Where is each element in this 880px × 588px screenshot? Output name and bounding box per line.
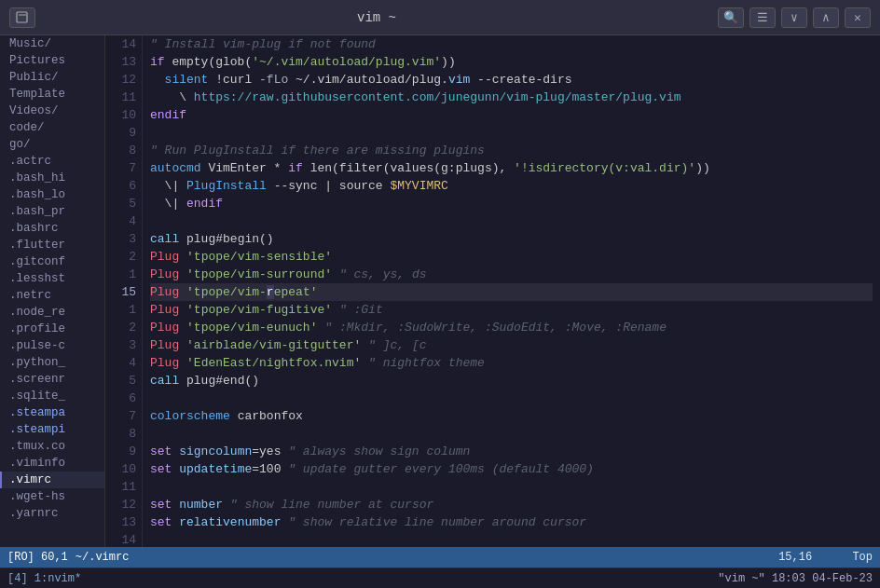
sidebar-item[interactable]: .netrc bbox=[0, 287, 104, 304]
line-number: 4 bbox=[109, 354, 136, 372]
line-number: 10 bbox=[109, 460, 136, 478]
statusbar-scroll: Top bbox=[852, 551, 873, 564]
chevron-up-button[interactable]: ∧ bbox=[813, 7, 839, 28]
close-button[interactable]: ✕ bbox=[845, 7, 871, 28]
menu-icon: ☰ bbox=[757, 10, 768, 25]
code-line: Plug 'tpope/vim-surround' " cs, ys, ds bbox=[150, 266, 873, 283]
sidebar-item[interactable]: .profile bbox=[0, 321, 104, 337]
editor[interactable]: 1413121110987654321151234567891011121314… bbox=[105, 35, 880, 547]
code-line: call plug#end() bbox=[150, 372, 873, 390]
menu-button[interactable]: ☰ bbox=[749, 7, 776, 28]
statusbar: [RO] 60,1 ~/.vimrc 15,16 Top bbox=[0, 547, 880, 567]
sidebar-item[interactable]: .lesshst bbox=[0, 270, 104, 287]
line-number: 2 bbox=[109, 248, 136, 266]
code-line: " Install vim-plug if not found bbox=[150, 35, 873, 53]
code-line: Plug 'tpope/vim-repeat' bbox=[150, 283, 873, 301]
close-icon: ✕ bbox=[854, 10, 861, 25]
code-line: \| endif bbox=[150, 195, 873, 212]
sidebar-item[interactable]: .steampa bbox=[0, 404, 104, 421]
search-button[interactable]: 🔍 bbox=[718, 7, 744, 28]
code-line bbox=[150, 390, 873, 407]
line-number: 14 bbox=[109, 35, 136, 53]
code-line: " Run PlugInstall if there are missing p… bbox=[150, 142, 873, 159]
sidebar-item[interactable]: .steampi bbox=[0, 421, 104, 438]
svg-rect-0 bbox=[17, 12, 27, 22]
sidebar-item[interactable]: code/ bbox=[0, 119, 104, 136]
new-window-button[interactable] bbox=[9, 7, 35, 28]
code-line bbox=[150, 124, 873, 142]
code-line: Plug 'EdenEast/nightfox.nvim' " nightfox… bbox=[150, 354, 873, 372]
code-line: Plug 'tpope/vim-eunuch' " :Mkdir, :SudoW… bbox=[150, 319, 873, 336]
sidebar-item[interactable]: .vimrc bbox=[0, 472, 104, 488]
line-number: 7 bbox=[109, 159, 136, 177]
sidebar-item[interactable]: .sqlite_ bbox=[0, 388, 104, 404]
sidebar-item[interactable]: .bash_hi bbox=[0, 170, 104, 186]
sidebar-item[interactable]: .tmux.co bbox=[0, 438, 104, 455]
code-line: set relativenumber " show relative line … bbox=[150, 513, 873, 531]
code-line bbox=[150, 212, 873, 230]
statusbar-left: [RO] 60,1 ~/.vimrc bbox=[7, 551, 129, 564]
cmdline: [4] 1:nvim* "vim ~" 18:03 04-Feb-23 bbox=[0, 567, 880, 588]
sidebar-item[interactable]: .gitconf bbox=[0, 253, 104, 270]
sidebar-item[interactable]: .pulse-c bbox=[0, 337, 104, 354]
line-number: 6 bbox=[109, 177, 136, 195]
code-line: colorscheme carbonfox bbox=[150, 407, 873, 425]
code-line: endif bbox=[150, 106, 873, 124]
line-number: 10 bbox=[109, 106, 136, 124]
line-number: 5 bbox=[109, 195, 136, 212]
sidebar-item[interactable]: .bashrc bbox=[0, 220, 104, 237]
line-number: 4 bbox=[109, 212, 136, 230]
line-number: 14 bbox=[109, 531, 136, 547]
line-number: 3 bbox=[109, 230, 136, 248]
sidebar-item[interactable]: .viminfo bbox=[0, 455, 104, 472]
sidebar-item[interactable]: go/ bbox=[0, 136, 104, 153]
code-lines: " Install vim-plug if not foundif empty(… bbox=[143, 35, 880, 547]
search-icon: 🔍 bbox=[723, 10, 738, 25]
window-title: vim ~ bbox=[35, 10, 718, 25]
sidebar-item[interactable]: .node_re bbox=[0, 304, 104, 321]
sidebar-item[interactable]: .screenr bbox=[0, 371, 104, 388]
line-number: 5 bbox=[109, 372, 136, 390]
code-line: set signcolumn=yes " always show sign co… bbox=[150, 443, 873, 460]
sidebar-item[interactable]: .flutter bbox=[0, 237, 104, 253]
code-line: Plug 'tpope/vim-fugitive' " :Git bbox=[150, 301, 873, 319]
sidebar-item[interactable]: .yarnrc bbox=[0, 505, 104, 522]
sidebar-item[interactable]: .python_ bbox=[0, 354, 104, 371]
sidebar-item[interactable]: .bash_pr bbox=[0, 203, 104, 220]
line-number: 12 bbox=[109, 71, 136, 89]
sidebar-item[interactable]: Public/ bbox=[0, 69, 104, 86]
sidebar-item[interactable]: .wget-hs bbox=[0, 488, 104, 505]
cmdline-right: "vim ~" 18:03 04-Feb-23 bbox=[718, 572, 873, 585]
code-line: Plug 'tpope/vim-sensible' bbox=[150, 248, 873, 266]
cmdline-left: [4] 1:nvim* bbox=[7, 572, 81, 585]
line-number: 8 bbox=[109, 425, 136, 443]
line-number: 2 bbox=[109, 319, 136, 336]
sidebar-item[interactable]: Pictures bbox=[0, 52, 104, 69]
sidebar-item[interactable]: Template bbox=[0, 86, 104, 103]
statusbar-right: 15,16 Top bbox=[778, 551, 873, 564]
line-numbers: 1413121110987654321151234567891011121314 bbox=[105, 35, 143, 547]
line-number: 12 bbox=[109, 496, 136, 513]
statusbar-filepath: ~/.vimrc bbox=[76, 551, 130, 564]
sidebar-item[interactable]: Music/ bbox=[0, 35, 104, 52]
chevron-down-icon: ∨ bbox=[791, 10, 798, 25]
line-number: 8 bbox=[109, 142, 136, 159]
code-container: 1413121110987654321151234567891011121314… bbox=[105, 35, 880, 547]
code-line: set updatetime=100 " update gutter every… bbox=[150, 460, 873, 478]
titlebar-left bbox=[9, 7, 35, 28]
sidebar-item[interactable]: .actrc bbox=[0, 153, 104, 170]
sidebar-item[interactable]: Videos/ bbox=[0, 103, 104, 119]
line-number: 13 bbox=[109, 513, 136, 531]
code-line bbox=[150, 478, 873, 496]
chevron-down-button[interactable]: ∨ bbox=[781, 7, 807, 28]
line-number: 9 bbox=[109, 443, 136, 460]
code-line: \ https://raw.githubusercontent.com/june… bbox=[150, 89, 873, 106]
titlebar-right: 🔍 ☰ ∨ ∧ ✕ bbox=[718, 7, 871, 28]
titlebar: vim ~ 🔍 ☰ ∨ ∧ ✕ bbox=[0, 0, 880, 35]
sidebar-item[interactable]: .bash_lo bbox=[0, 186, 104, 203]
chevron-up-icon: ∧ bbox=[822, 10, 830, 25]
statusbar-position: 15,16 bbox=[778, 551, 812, 564]
code-line: silent !curl -fLo ~/.vim/autoload/plug.v… bbox=[150, 71, 873, 89]
code-line: \| PlugInstall --sync | source $MYVIMRC bbox=[150, 177, 873, 195]
line-number: 6 bbox=[109, 390, 136, 407]
